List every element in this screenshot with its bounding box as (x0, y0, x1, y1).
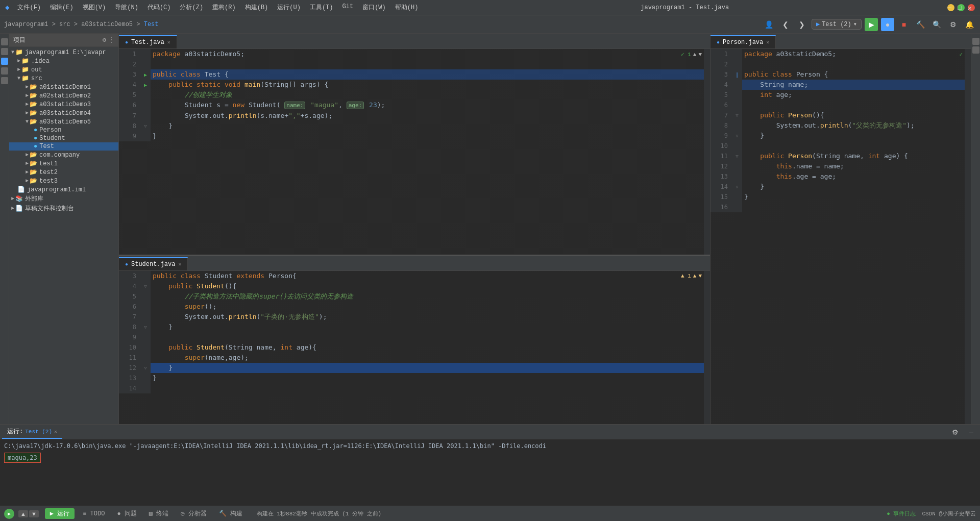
tree-person[interactable]: ● Person (9, 126, 118, 134)
status-up-button[interactable]: ▲ (18, 510, 28, 517)
person-code-15[interactable]: } (742, 192, 971, 202)
debug-button[interactable]: ● (881, 18, 894, 31)
fold-icon-s12[interactable]: ▽ (144, 365, 146, 370)
tab-test-java[interactable]: ● Test.java ✕ (119, 35, 177, 48)
run-button[interactable]: ▶ (865, 18, 878, 31)
menu-refactor[interactable]: 重构(R) (208, 2, 240, 13)
person-code-10[interactable] (742, 141, 971, 151)
tab-test-close[interactable]: ✕ (167, 39, 170, 45)
tree-a02[interactable]: ► 📂 a02staticDemo2 (9, 91, 118, 100)
tab-student-java[interactable]: ● Student.java ✕ (119, 257, 188, 270)
fold-icon-s8[interactable]: ▽ (144, 325, 146, 330)
student-code-14[interactable] (151, 383, 710, 393)
person-code-9[interactable]: } (742, 131, 971, 141)
tree-test1[interactable]: ► 📂 test1 (9, 159, 118, 168)
student-code-4[interactable]: public Student(){ (151, 281, 710, 291)
run-arrow-icon-3[interactable]: ▶ (144, 72, 147, 78)
tree-scratch[interactable]: ► 📄 草稿文件和控制台 (9, 204, 118, 213)
right-icon-1[interactable] (972, 38, 979, 45)
menu-edit[interactable]: 编辑(E) (46, 2, 78, 13)
person-code-7[interactable]: public Person(){ (742, 110, 971, 120)
stop-button[interactable]: ■ (897, 18, 911, 31)
fold-icon-p7[interactable]: ▽ (736, 113, 738, 118)
tree-test2[interactable]: ► 📂 test2 (9, 168, 118, 177)
person-code-8[interactable]: System.out.println("父类的无参构造"); (742, 120, 971, 131)
person-code-14[interactable]: } (742, 182, 971, 192)
bottom-settings-button[interactable]: ⚙ (948, 426, 962, 439)
student-guttericon-8[interactable]: ▽ (140, 322, 151, 332)
student-code-7[interactable]: System.out.println("子类的·无参构造"); (151, 312, 710, 322)
tree-out[interactable]: ► 📁 out (9, 65, 118, 74)
tree-a03s5[interactable]: ▼ 📂 a03staticDemo5 (9, 117, 118, 126)
test-code-9[interactable]: } (151, 131, 710, 141)
tab-person-java[interactable]: ● Person.java ✕ (710, 35, 776, 48)
person-code-1[interactable]: package a03staticDemo5; (742, 49, 971, 59)
student-code-5[interactable]: //子类构造方法中隐藏的super()去访问父类的无参构造 (151, 291, 710, 302)
test-code-7[interactable]: System.out.println(s.name+","+s.age); (151, 111, 710, 121)
profile-button[interactable]: 👤 (763, 18, 776, 31)
person-code-2[interactable] (742, 59, 971, 69)
test-code-3[interactable]: public class Test { (151, 69, 710, 80)
student-code-13[interactable]: } (151, 373, 710, 383)
student-code-10[interactable]: public Student(String name, int age){ (151, 342, 710, 353)
fold-icon-p11[interactable]: ▽ (736, 154, 738, 159)
student-editor-content[interactable]: ▲ 1 ▲ ▼ 3 public class Student extends P… (119, 271, 710, 424)
person-guttericon-7[interactable]: ▽ (732, 110, 742, 120)
student-nav-down[interactable]: ▼ (698, 273, 702, 279)
run-config-selector[interactable]: ▶ Test (2) ▾ (812, 19, 862, 30)
toolbar-problems-button[interactable]: ● 问题 (113, 508, 140, 519)
tree-iml[interactable]: 📄 javaprogram1.iml (9, 185, 118, 194)
person-code-12[interactable]: this.name = name; (742, 161, 971, 171)
toolbar-terminal-button[interactable]: ▨ 终端 (145, 508, 173, 519)
build-button[interactable]: 🔨 (914, 18, 927, 31)
breadcrumb-class[interactable]: Test (144, 21, 159, 28)
event-log-link[interactable]: ● 事件日志 (887, 510, 916, 517)
test-code-4[interactable]: public static void main(String[] args) { (151, 80, 710, 90)
menu-build[interactable]: 构建(B) (241, 2, 273, 13)
run-arrow-icon-4[interactable]: ▶ (144, 82, 147, 88)
test-code-6[interactable]: Student s = new Student( name: "magua", … (151, 100, 710, 111)
tree-extlib[interactable]: ► 📚 外部库 (9, 194, 118, 204)
run-status-button[interactable]: ▶ (4, 509, 14, 519)
menu-code[interactable]: 代码(C) (143, 2, 175, 13)
toolbar-run-button[interactable]: ▶ 运行 (45, 508, 75, 519)
test-nav-up[interactable]: ▲ (693, 52, 697, 58)
person-code-4[interactable]: String name; (742, 80, 971, 90)
left-icon-3[interactable] (1, 58, 8, 65)
notification-button[interactable]: 🔔 (963, 18, 976, 31)
tree-a03s4[interactable]: ► 📂 a03staticDemo4 (9, 109, 118, 117)
student-code-11[interactable]: super(name,age); (151, 353, 710, 363)
person-guttericon-11[interactable]: ▽ (732, 151, 742, 161)
test-code-2[interactable] (151, 59, 710, 69)
run-tab-close[interactable]: ✕ (54, 429, 57, 435)
left-icon-4[interactable] (1, 67, 8, 75)
back-button[interactable]: ❮ (779, 18, 792, 31)
menu-nav[interactable]: 导航(N) (111, 2, 142, 13)
person-code-5[interactable]: int age; (742, 90, 971, 100)
bottom-minimize-button[interactable]: – (965, 426, 978, 439)
test-code-5[interactable]: //创建学生对象 (151, 90, 710, 100)
student-code-3[interactable]: public class Student extends Person{ (151, 271, 710, 281)
student-nav-up[interactable]: ▲ (693, 273, 697, 279)
minimize-button[interactable]: ─ (947, 4, 954, 11)
close-button[interactable]: ✕ (968, 4, 975, 11)
test-editor-content[interactable]: ✓ 1 ▲ ▼ 1 package a03staticDemo5; (119, 49, 710, 255)
right-icon-2[interactable] (972, 46, 979, 54)
person-guttericon-3[interactable]: | (732, 69, 742, 80)
test-guttericon-8[interactable]: ▽ (140, 121, 151, 131)
student-code-12[interactable]: } (151, 363, 710, 373)
tree-a01[interactable]: ► 📂 a01staticDemo1 (9, 83, 118, 91)
project-collapse-icon[interactable]: ⋮ (108, 36, 114, 44)
left-icon-1[interactable] (1, 38, 8, 45)
person-guttericon-9[interactable]: ▽ (732, 131, 742, 141)
left-icon-2[interactable] (1, 48, 8, 55)
menu-tools[interactable]: 工具(T) (306, 2, 337, 13)
status-down-button[interactable]: ▼ (29, 510, 39, 517)
student-code-9[interactable] (151, 332, 710, 342)
maximize-button[interactable]: □ (958, 4, 965, 11)
menu-analyze[interactable]: 分析(Z) (176, 2, 207, 13)
student-code-6[interactable]: super(); (151, 302, 710, 312)
menu-window[interactable]: 窗口(W) (358, 2, 390, 13)
tab-run[interactable]: 运行: Test (2) ✕ (2, 425, 62, 439)
person-code-3[interactable]: public class Person { (742, 69, 971, 80)
